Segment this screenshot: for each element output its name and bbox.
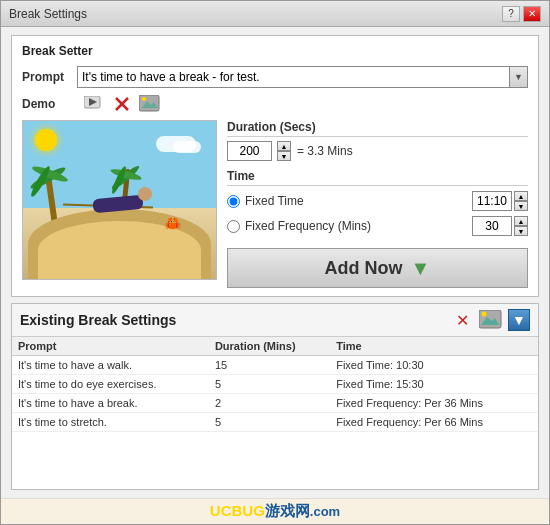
prompt-dropdown-arrow[interactable]: ▼ bbox=[510, 66, 528, 88]
stop-icon[interactable] bbox=[111, 94, 133, 114]
fixed-freq-radio-row: Fixed Frequency (Mins) bbox=[227, 219, 371, 233]
fixed-freq-radio[interactable] bbox=[227, 220, 240, 233]
existing-break-header: Existing Break Settings ✕ ▼ bbox=[12, 304, 538, 337]
title-bar-buttons: ? ✕ bbox=[502, 6, 541, 22]
row-duration: 2 bbox=[209, 394, 330, 413]
play-icon[interactable] bbox=[83, 94, 105, 114]
duration-input[interactable] bbox=[227, 141, 272, 161]
fixed-time-radio[interactable] bbox=[227, 195, 240, 208]
break-settings-window: Break Settings ? ✕ Break Setter Prompt ▼… bbox=[0, 0, 550, 525]
fixed-time-row: Fixed Time ▲ ▼ bbox=[227, 191, 528, 211]
row-time: Fixed Frequency: Per 36 Mins bbox=[330, 394, 538, 413]
duration-up-button[interactable]: ▲ bbox=[277, 141, 291, 151]
prompt-input[interactable] bbox=[77, 66, 510, 88]
col-duration: Duration (Mins) bbox=[209, 337, 330, 356]
svg-point-6 bbox=[142, 97, 146, 101]
sun-decoration bbox=[35, 129, 57, 151]
watermark-ucbug: UCBUG bbox=[210, 502, 265, 519]
window-title: Break Settings bbox=[9, 7, 87, 21]
watermark-com: .com bbox=[310, 504, 340, 519]
demo-label: Demo bbox=[22, 97, 77, 111]
table-row[interactable]: It's time to have a walk. 15 Fixed Time:… bbox=[12, 356, 538, 375]
freq-spinners: ▲ ▼ bbox=[514, 216, 528, 236]
fixed-freq-label: Fixed Frequency (Mins) bbox=[245, 219, 371, 233]
break-setter-group: Break Setter Prompt ▼ Demo bbox=[11, 35, 539, 297]
crab-decoration: 🦀 bbox=[164, 215, 181, 231]
settings-panel: Duration (Secs) ▲ ▼ = 3.3 Mins Time bbox=[227, 120, 528, 288]
mins-label: = 3.3 Mins bbox=[297, 144, 353, 158]
add-arrow-icon: ▼ bbox=[411, 257, 431, 280]
preview-image: 🦀 bbox=[22, 120, 217, 280]
freq-down-button[interactable]: ▼ bbox=[514, 226, 528, 236]
delete-break-icon[interactable]: ✕ bbox=[450, 309, 474, 331]
add-now-label: Add Now bbox=[325, 258, 403, 279]
row-prompt: It's time to do eye exercises. bbox=[12, 375, 209, 394]
row-prompt: It's time to have a walk. bbox=[12, 356, 209, 375]
title-bar: Break Settings ? ✕ bbox=[1, 1, 549, 27]
existing-break-section: Existing Break Settings ✕ ▼ bbox=[11, 303, 539, 490]
fixed-time-radio-row: Fixed Time bbox=[227, 194, 304, 208]
row-duration: 5 bbox=[209, 375, 330, 394]
main-area: 🦀 Duration (Secs) ▲ ▼ bbox=[22, 120, 528, 288]
time-down-button[interactable]: ▼ bbox=[514, 201, 528, 211]
time-label: Time bbox=[227, 169, 528, 186]
image-demo-icon[interactable] bbox=[139, 94, 161, 114]
close-button[interactable]: ✕ bbox=[523, 6, 541, 22]
fixed-freq-row: Fixed Frequency (Mins) ▲ ▼ bbox=[227, 216, 528, 236]
watermark: UCBUG游戏网.com bbox=[1, 498, 549, 524]
time-section: Time Fixed Time ▲ ▼ bbox=[227, 169, 528, 236]
image-break-icon[interactable] bbox=[479, 309, 503, 331]
row-duration: 15 bbox=[209, 356, 330, 375]
row-time: Fixed Frequency: Per 66 Mins bbox=[330, 413, 538, 432]
window-content: Break Setter Prompt ▼ Demo bbox=[1, 27, 549, 498]
duration-label: Duration (Secs) bbox=[227, 120, 528, 137]
help-button[interactable]: ? bbox=[502, 6, 520, 22]
duration-down-button[interactable]: ▼ bbox=[277, 151, 291, 161]
time-spinners: ▲ ▼ bbox=[514, 191, 528, 211]
time-up-button[interactable]: ▲ bbox=[514, 191, 528, 201]
duration-row: ▲ ▼ = 3.3 Mins bbox=[227, 141, 528, 161]
existing-break-title: Existing Break Settings bbox=[20, 312, 176, 328]
header-icons: ✕ ▼ bbox=[450, 309, 530, 331]
break-table: Prompt Duration (Mins) Time It's time to… bbox=[12, 337, 538, 432]
row-time: Fixed Time: 15:30 bbox=[330, 375, 538, 394]
download-break-button[interactable]: ▼ bbox=[508, 309, 530, 331]
duration-spinners: ▲ ▼ bbox=[277, 141, 291, 161]
add-now-button[interactable]: Add Now ▼ bbox=[227, 248, 528, 288]
table-row[interactable]: It's time to do eye exercises. 5 Fixed T… bbox=[12, 375, 538, 394]
watermark-chinese: 游戏网 bbox=[265, 502, 310, 519]
fixed-time-label: Fixed Time bbox=[245, 194, 304, 208]
fixed-time-input[interactable] bbox=[472, 191, 512, 211]
demo-row: Demo bbox=[22, 94, 528, 114]
row-duration: 5 bbox=[209, 413, 330, 432]
freq-up-button[interactable]: ▲ bbox=[514, 216, 528, 226]
fixed-freq-input[interactable] bbox=[472, 216, 512, 236]
col-prompt: Prompt bbox=[12, 337, 209, 356]
svg-point-9 bbox=[482, 312, 487, 317]
row-prompt: It's time to stretch. bbox=[12, 413, 209, 432]
table-row[interactable]: It's time to stretch. 5 Fixed Frequency:… bbox=[12, 413, 538, 432]
row-prompt: It's time to have a break. bbox=[12, 394, 209, 413]
prompt-label: Prompt bbox=[22, 70, 77, 84]
duration-section: Duration (Secs) ▲ ▼ = 3.3 Mins bbox=[227, 120, 528, 161]
prompt-row: Prompt ▼ bbox=[22, 66, 528, 88]
col-time: Time bbox=[330, 337, 538, 356]
table-row[interactable]: It's time to have a break. 2 Fixed Frequ… bbox=[12, 394, 538, 413]
group-title: Break Setter bbox=[22, 44, 528, 58]
row-time: Fixed Time: 10:30 bbox=[330, 356, 538, 375]
prompt-input-wrapper: ▼ bbox=[77, 66, 528, 88]
